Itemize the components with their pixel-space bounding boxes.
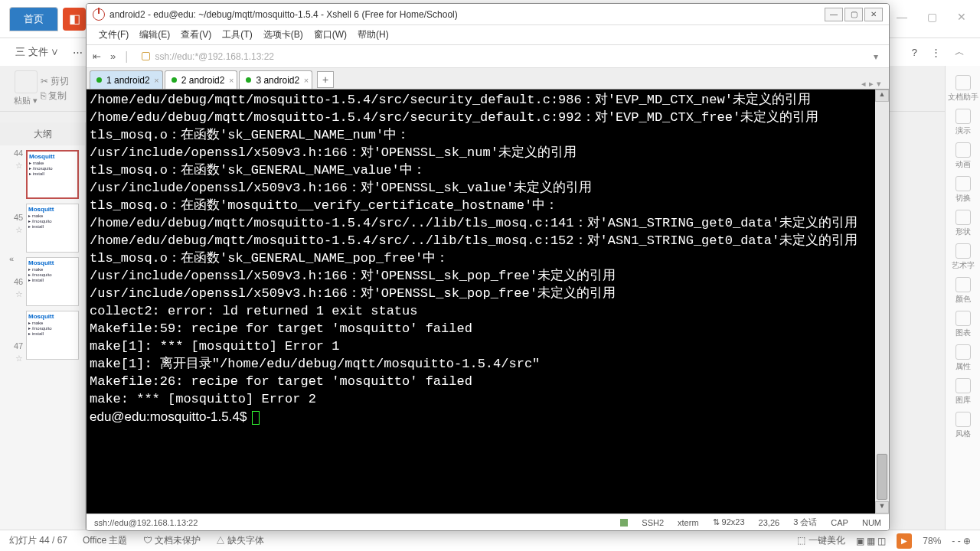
status-dot-icon <box>172 77 177 83</box>
more-icon[interactable]: ⋯ <box>73 47 83 58</box>
tab-next-icon[interactable]: ▸ <box>869 79 874 89</box>
xshell-app-icon <box>93 8 105 21</box>
right-tool-2[interactable]: 动画 <box>956 142 971 170</box>
tab-menu-icon[interactable]: ▾ <box>877 79 881 89</box>
right-tool-3[interactable]: 切换 <box>956 176 971 204</box>
cut-button[interactable]: ✂ 剪切 <box>41 75 69 88</box>
zoom-label[interactable]: 78% <box>923 536 941 546</box>
status-field: CAP <box>831 518 848 527</box>
host-minimize-button[interactable]: — <box>890 11 913 23</box>
right-tool-0[interactable]: 文档助手 <box>948 75 978 103</box>
cursor <box>252 411 260 425</box>
session-tab[interactable]: 3 android2 × <box>239 70 312 89</box>
scroll-down-icon[interactable]: ▼ <box>875 501 889 514</box>
slide-thumb[interactable]: Mosquitt ▸ make ▸ /mosquito ▸ install <box>26 204 79 253</box>
panel-collapse-icon[interactable]: « <box>9 254 14 263</box>
menu-item[interactable]: 帮助(H) <box>353 28 394 41</box>
toolbar-arrow-icon[interactable]: ⇤ <box>93 51 101 62</box>
maximize-button[interactable]: ▢ <box>844 8 863 21</box>
slide-counter: 幻灯片 44 / 67 <box>9 534 67 547</box>
file-menu[interactable]: 三 文件 ∨ <box>15 45 59 59</box>
menu-item[interactable]: 工具(T) <box>217 28 256 41</box>
host-close-button[interactable]: ✕ <box>951 11 972 23</box>
zoom-extra[interactable]: - - ⊕ <box>952 536 971 546</box>
menu-item[interactable]: 文件(F) <box>94 28 133 41</box>
toolbar-chevron-icon[interactable]: » <box>110 51 116 62</box>
xshell-titlebar[interactable]: android2 - edu@edu: ~/debug/mqtt/mosquit… <box>87 4 889 25</box>
right-tool-8[interactable]: 属性 <box>956 344 971 372</box>
status-dot-icon <box>246 77 251 83</box>
session-tab[interactable]: 1 android2 × <box>90 70 163 89</box>
scroll-thumb[interactable] <box>877 454 887 500</box>
status-field: 3 会话 <box>793 517 817 528</box>
status-field: xterm <box>678 518 699 527</box>
scroll-up-icon[interactable]: ▲ <box>875 90 889 102</box>
right-tool-10[interactable]: 风格 <box>956 412 971 439</box>
xshell-statusbar: ssh://edu@192.168.1.13:22 SSH2xterm⇅ 92x… <box>87 514 889 530</box>
address-bar[interactable]: ssh://edu:*@192.168.1.13:22 ▾ <box>137 50 883 64</box>
host-tab-home[interactable]: 首页 <box>9 7 58 31</box>
copy-button[interactable]: ⎘ 复制 <box>41 90 69 103</box>
paste-button[interactable]: 粘贴 ▾ <box>14 70 38 106</box>
star-icon[interactable]: ☆ <box>15 354 23 364</box>
menu-item[interactable]: 编辑(E) <box>135 28 175 41</box>
view-icons[interactable]: ▣ ▦ ◫ <box>856 536 887 546</box>
terminal[interactable]: /home/edu/debug/mqtt/mosquitto-1.5.4/src… <box>87 90 875 514</box>
font-label[interactable]: △ 缺失字体 <box>216 534 264 547</box>
menu-item[interactable]: 窗口(W) <box>309 28 351 41</box>
right-tool-1[interactable]: 演示 <box>956 109 971 136</box>
slide-thumb[interactable]: Mosquitt ▸ make ▸ /mosquito ▸ install <box>26 150 79 199</box>
star-icon[interactable]: ☆ <box>15 225 23 235</box>
session-tabs: 1 android2 × 2 android2 × 3 android2 × +… <box>87 68 889 90</box>
slide-panel: « 大纲 44 ☆ Mosquitt ▸ make ▸ /mosquito ▸ … <box>0 122 86 530</box>
beautify-button[interactable]: ⬚ 一键美化 <box>797 534 844 547</box>
right-tool-7[interactable]: 图表 <box>956 311 971 338</box>
outline-tab[interactable]: 大纲 <box>0 122 85 145</box>
tab-close-icon[interactable]: × <box>154 76 158 85</box>
status-field: SSH2 <box>642 518 664 527</box>
slide-number: 45 <box>14 213 23 222</box>
menu-item[interactable]: 查看(V) <box>176 28 216 41</box>
protect-label[interactable]: 🛡 文档未保护 <box>143 534 201 547</box>
slide-thumb[interactable]: Mosquitt ▸ make ▸ /mosquito ▸ install <box>26 257 79 306</box>
settings-icon[interactable]: ? <box>912 47 917 58</box>
xshell-toolbar: ⇤ » | ssh://edu:*@192.168.1.13:22 ▾ <box>87 45 889 68</box>
terminal-scrollbar[interactable]: ▲ ▼ <box>875 90 889 514</box>
menu-item[interactable]: 选项卡(B) <box>259 28 308 41</box>
right-tool-panel: 文档助手演示动画切换形状艺术字颜色图表属性图库风格 <box>945 66 980 530</box>
lock-icon <box>142 52 150 60</box>
tab-close-icon[interactable]: × <box>304 76 309 85</box>
addr-dropdown-icon[interactable]: ▾ <box>874 51 878 62</box>
right-tool-4[interactable]: 形状 <box>956 210 971 237</box>
conn-status-icon <box>620 519 628 527</box>
play-button[interactable]: ▶ <box>897 533 912 549</box>
tab-close-icon[interactable]: × <box>229 76 234 85</box>
session-tab[interactable]: 2 android2 × <box>165 70 238 89</box>
star-icon[interactable]: ☆ <box>15 289 23 299</box>
right-tool-5[interactable]: 艺术字 <box>952 243 975 271</box>
collapse-icon[interactable]: ︿ <box>955 45 965 59</box>
right-tool-9[interactable]: 图库 <box>956 378 971 406</box>
host-tab-icon[interactable]: ◧ <box>63 8 86 31</box>
new-tab-button[interactable]: + <box>317 71 334 88</box>
host-maximize-button[interactable]: ▢ <box>921 11 943 23</box>
xshell-menubar: 文件(F)编辑(E)查看(V)工具(T)选项卡(B)窗口(W)帮助(H) <box>87 25 889 45</box>
minimize-button[interactable]: — <box>825 8 843 21</box>
window-title: android2 - edu@edu: ~/debug/mqtt/mosquit… <box>109 9 458 20</box>
star-icon[interactable]: ☆ <box>15 161 23 171</box>
theme-label: Office 主题 <box>83 534 127 547</box>
menu-icon[interactable]: ⋮ <box>931 47 941 58</box>
status-field: 23,26 <box>759 518 780 527</box>
slide-number: 47 <box>14 341 23 350</box>
close-button[interactable]: ✕ <box>864 8 883 21</box>
status-field: ⇅ 92x23 <box>713 517 745 527</box>
host-statusbar: 幻灯片 44 / 67 Office 主题 🛡 文档未保护 △ 缺失字体 ⬚ 一… <box>0 530 980 551</box>
xshell-window: android2 - edu@edu: ~/debug/mqtt/mosquit… <box>86 3 890 531</box>
status-connection: ssh://edu@192.168.1.13:22 <box>94 518 198 527</box>
status-dot-icon <box>96 77 102 83</box>
tab-prev-icon[interactable]: ◂ <box>861 79 866 89</box>
slide-number: 46 <box>14 277 23 286</box>
slide-thumb[interactable]: Mosquitt ▸ make ▸ /mosquito ▸ install <box>26 311 79 360</box>
status-field: NUM <box>862 518 881 527</box>
right-tool-6[interactable]: 颜色 <box>956 277 971 305</box>
